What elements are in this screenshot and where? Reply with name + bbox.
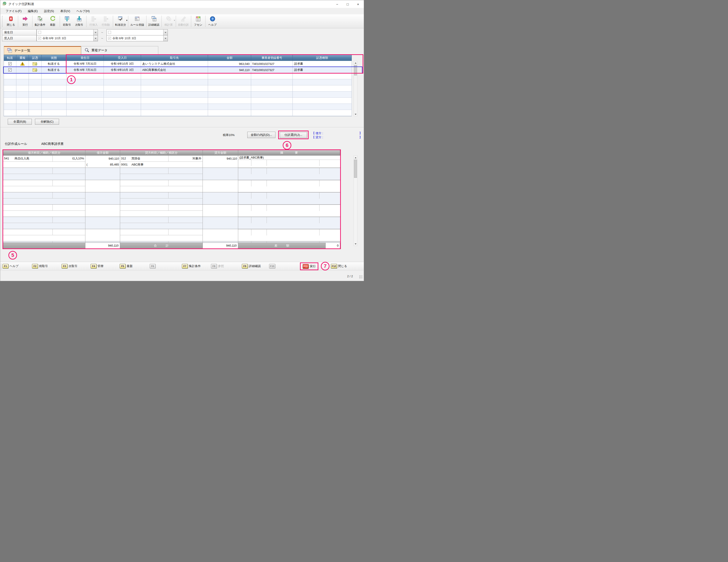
toolbar-run-button[interactable]: 実行 bbox=[19, 15, 31, 28]
table-row[interactable]: 転送する 令和 6年 7月31日 令和 6年10月 3日 あいうシステム株式会社… bbox=[4, 61, 352, 67]
chevron-down-icon[interactable]: ▼ bbox=[126, 19, 128, 22]
voucher-type-cell[interactable]: 請求書 bbox=[293, 67, 352, 73]
occur-from-checkbox[interactable] bbox=[38, 31, 41, 34]
duplicate-cell[interactable] bbox=[16, 61, 29, 67]
memo-cell[interactable]: (請求書_ABC商事) bbox=[238, 156, 340, 160]
toolbar-next-transaction-button[interactable]: 次取引 bbox=[73, 15, 85, 28]
scroll-up-arrow[interactable] bbox=[354, 156, 357, 159]
occur-date-from-combo[interactable] bbox=[37, 29, 98, 35]
credit-amount-cell[interactable]: 940,110 bbox=[203, 156, 238, 162]
empty-table-row[interactable] bbox=[4, 79, 352, 85]
empty-journal-row[interactable] bbox=[3, 192, 340, 205]
toolbar-help-button[interactable]: ? ヘルプ bbox=[206, 15, 219, 28]
menu-file[interactable]: ファイル(F) bbox=[2, 8, 25, 14]
scroll-up-arrow[interactable] bbox=[354, 61, 357, 65]
client-cell[interactable]: あいうシステム株式会社 bbox=[141, 61, 208, 67]
duplicate-cell[interactable] bbox=[16, 67, 29, 73]
toolbar-transfer-type-button[interactable]: 転送区分 ▼ bbox=[114, 15, 127, 28]
fkey-f4-switch[interactable]: F4切替 bbox=[91, 264, 104, 268]
receive-date-cell[interactable]: 令和 6年10月 3日 bbox=[104, 61, 141, 67]
empty-journal-row[interactable] bbox=[3, 205, 340, 217]
status-cell[interactable]: 転送する bbox=[42, 67, 67, 73]
empty-journal-row[interactable] bbox=[3, 180, 340, 192]
toolbar-sticky-note-button[interactable]: フセン bbox=[192, 15, 204, 28]
debit-sub-account-cell[interactable] bbox=[3, 162, 85, 168]
receive-date-cell[interactable]: 令和 6年10月 3日 bbox=[104, 67, 141, 73]
voucher-cell[interactable] bbox=[29, 67, 42, 73]
scroll-thumb[interactable] bbox=[354, 65, 357, 75]
maximize-button[interactable]: □ bbox=[342, 0, 353, 8]
amount-breakdown-button[interactable]: 金額の内訳(D)... bbox=[247, 132, 275, 138]
empty-table-row[interactable] bbox=[4, 92, 352, 98]
registration-number-cell[interactable]: T4010001027327 bbox=[251, 61, 293, 67]
credit-tax-class-cell[interactable]: 対象外 bbox=[168, 156, 203, 162]
transfer-checkbox[interactable] bbox=[8, 68, 12, 72]
dropdown-arrow-icon[interactable] bbox=[93, 35, 98, 41]
toolbar-refresh-button[interactable]: 最新 bbox=[47, 15, 59, 28]
fkey-f11-execute[interactable]: F11 bbox=[303, 264, 309, 269]
credit-account-cell[interactable]: 312買掛金 bbox=[120, 156, 168, 162]
menu-view[interactable]: 表示(V) bbox=[57, 8, 73, 14]
fkey-f3-next[interactable]: F3次取引 bbox=[62, 264, 77, 268]
dropdown-arrow-icon[interactable] bbox=[163, 35, 168, 41]
receive-date-to-combo[interactable]: 令和 6年 10月 3日 bbox=[106, 35, 168, 41]
transfer-cell[interactable] bbox=[4, 61, 16, 67]
status-cell[interactable]: 転送する bbox=[42, 61, 67, 67]
fkey-f2-prev[interactable]: F2前取引 bbox=[32, 264, 48, 268]
amount-cell[interactable]: 963,040 bbox=[208, 61, 251, 67]
journal-entry-row[interactable]: 541商品仕入高 仕入10% 940,110 (85,465 312買掛金 対象… bbox=[3, 156, 340, 168]
dropdown-arrow-icon[interactable] bbox=[93, 30, 98, 35]
debit-tax-class-cell[interactable]: 仕入10% bbox=[53, 156, 85, 162]
tab-data-list[interactable]: データ一覧 bbox=[4, 46, 81, 55]
occur-date-cell[interactable]: 令和 6年 7月31日 bbox=[67, 61, 104, 67]
menu-help[interactable]: ヘルプ(H) bbox=[73, 8, 93, 14]
close-button[interactable]: × bbox=[353, 0, 363, 8]
minimize-button[interactable]: − bbox=[332, 0, 342, 8]
empty-table-row[interactable] bbox=[4, 110, 352, 116]
amount-cell[interactable]: 940,110 bbox=[208, 67, 251, 73]
tab-duplicate-data[interactable]: 重複データ bbox=[81, 46, 158, 55]
toolbar-rule-register-button[interactable]: ルール登録 bbox=[129, 15, 145, 28]
menu-settings[interactable]: 設定(S) bbox=[41, 8, 57, 14]
toolbar-aggregate-button[interactable]: 集計条件 bbox=[33, 15, 47, 28]
journal-table-scrollbar[interactable] bbox=[354, 156, 357, 246]
scroll-down-arrow[interactable] bbox=[354, 112, 357, 116]
receive-date-from-combo[interactable]: 令和 6年 10月 3日 bbox=[37, 35, 98, 41]
client-cell[interactable]: ABC商事株式会社 bbox=[141, 67, 208, 73]
debit-amount-cell[interactable]: 940,110 bbox=[85, 156, 120, 162]
resize-grip[interactable] bbox=[359, 275, 362, 279]
toolbar-close-button[interactable]: 閉じる bbox=[5, 15, 17, 28]
table-row-selected[interactable]: 転送する 令和 6年 7月31日 令和 6年10月 3日 ABC商事株式会社 9… bbox=[4, 67, 352, 73]
debit-account-cell[interactable]: 541商品仕入高 bbox=[3, 156, 53, 162]
credit-sub-account-cell[interactable]: 0001ABC商事 bbox=[120, 162, 203, 168]
dropdown-arrow-icon[interactable] bbox=[163, 30, 168, 35]
transfer-checkbox[interactable] bbox=[8, 62, 12, 65]
empty-journal-row[interactable] bbox=[3, 229, 340, 241]
menu-edit[interactable]: 編集(E) bbox=[25, 8, 41, 14]
transfer-cell[interactable] bbox=[4, 67, 16, 73]
upper-table-scrollbar[interactable] bbox=[354, 61, 357, 116]
receive-from-checkbox[interactable] bbox=[38, 37, 41, 40]
occur-date-to-combo[interactable] bbox=[106, 29, 168, 35]
receive-to-checkbox[interactable] bbox=[108, 37, 111, 40]
fkey-f9-detail[interactable]: F9詳細確認 bbox=[242, 264, 261, 268]
deselect-all-button[interactable]: 全解除(C) bbox=[35, 119, 59, 125]
fkey-f7-aggregate[interactable]: F7集計条件 bbox=[182, 264, 201, 268]
empty-journal-row[interactable] bbox=[3, 241, 340, 243]
select-all-button[interactable]: 全選択(B) bbox=[8, 119, 32, 125]
empty-table-row[interactable] bbox=[4, 98, 352, 104]
scroll-thumb[interactable] bbox=[354, 160, 357, 178]
scroll-down-arrow[interactable] bbox=[354, 242, 357, 246]
empty-journal-row[interactable] bbox=[3, 168, 340, 180]
toolbar-detail-check-button[interactable]: 詳細確認 bbox=[147, 15, 161, 28]
occur-to-checkbox[interactable] bbox=[108, 31, 111, 34]
fkey-f1-help[interactable]: F1ヘルプ bbox=[2, 264, 19, 268]
voucher-type-cell[interactable]: 請求書 bbox=[293, 61, 352, 67]
registration-number-cell[interactable]: T4010001027327 bbox=[251, 67, 293, 73]
fkey-f5-refresh[interactable]: F5最新 bbox=[120, 264, 133, 268]
empty-table-row[interactable] bbox=[4, 104, 352, 110]
debit-tax-amount-cell[interactable]: (85,465 bbox=[85, 162, 120, 168]
empty-table-row[interactable] bbox=[4, 85, 352, 92]
occur-date-cell[interactable]: 令和 6年 7月31日 bbox=[67, 67, 104, 73]
empty-journal-row[interactable] bbox=[3, 217, 340, 229]
